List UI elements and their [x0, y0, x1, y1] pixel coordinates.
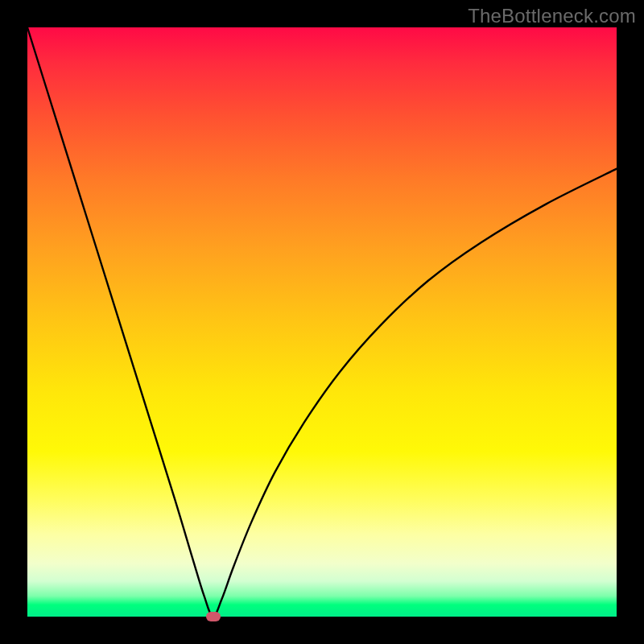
bottleneck-curve: [27, 27, 617, 617]
plot-area: [27, 27, 617, 617]
watermark-text: TheBottleneck.com: [468, 5, 636, 27]
minimum-marker: [206, 612, 221, 621]
chart-frame: TheBottleneck.com: [0, 0, 644, 644]
